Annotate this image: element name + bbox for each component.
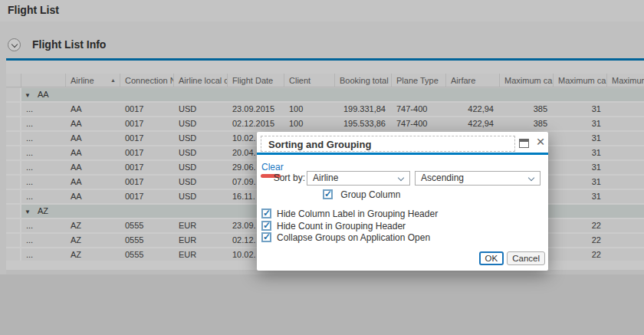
sort-field-select[interactable]: Airline (307, 171, 410, 186)
option-checkbox[interactable]: ✓ (261, 221, 271, 231)
maximize-icon[interactable] (519, 139, 529, 148)
option-label: Hide Column Label in Grouping Header (277, 209, 438, 219)
sort-field-value: Airline (313, 172, 338, 185)
option-checkbox[interactable]: ✓ (261, 232, 271, 242)
checkmark-icon: ✓ (263, 208, 271, 218)
dialog-option-row: ✓Hide Column Label in Grouping Header (261, 208, 438, 218)
option-label: Hide Count in Grouping Header (277, 221, 406, 232)
sort-direction-value: Ascending (421, 172, 464, 185)
group-column-checkbox[interactable]: ✓ (323, 189, 333, 199)
close-icon[interactable]: × (534, 133, 547, 150)
ok-button[interactable]: OK (479, 251, 504, 265)
dialog-footer: OK Cancel (479, 251, 545, 265)
checkmark-icon: ✓ (263, 220, 271, 231)
sorting-grouping-dialog: Sorting and Grouping × Clear Sort by: Ai… (257, 132, 548, 271)
chevron-down-icon (528, 175, 534, 181)
cancel-button[interactable]: Cancel (507, 251, 545, 265)
dialog-title: Sorting and Grouping (268, 139, 371, 150)
sort-by-label: Sort by: (257, 171, 305, 186)
dialog-option-row: ✓Collapse Groups on Application Open (261, 232, 430, 242)
checkmark-icon: ✓ (324, 189, 332, 199)
chevron-down-icon (398, 175, 404, 181)
option-checkbox[interactable]: ✓ (261, 209, 271, 218)
checkmark-icon: ✓ (263, 232, 271, 242)
group-column-label: Group Column (340, 189, 400, 200)
sort-direction-select[interactable]: Ascending (415, 171, 540, 186)
dialog-option-row: ✓Hide Count in Grouping Header (261, 220, 406, 231)
dialog-accent-bar (257, 153, 548, 155)
dialog-title-focus-outline: Sorting and Grouping (261, 136, 515, 152)
option-label: Collapse Groups on Application Open (277, 232, 430, 243)
group-column-row: ✓ Group Column (323, 189, 400, 199)
